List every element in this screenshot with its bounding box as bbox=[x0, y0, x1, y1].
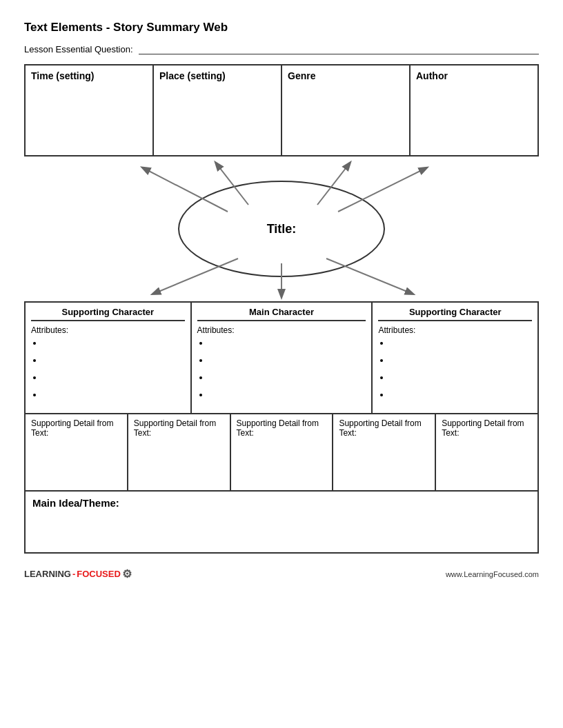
main-idea-box: Main Idea/Theme: bbox=[24, 492, 539, 554]
bullet-item bbox=[210, 355, 366, 365]
lesson-question-line bbox=[139, 45, 539, 54]
top-box-author: Author bbox=[411, 65, 537, 155]
main-char: Main Character Attributes: bbox=[192, 303, 373, 413]
top-boxes-row: Time (setting) Place (setting) Genre Aut… bbox=[24, 64, 539, 156]
supporting-char-left-bullets bbox=[31, 338, 185, 400]
bullet-item bbox=[43, 390, 185, 400]
svg-line-8 bbox=[326, 259, 411, 293]
bullet-item bbox=[43, 372, 185, 383]
main-char-bullets bbox=[197, 338, 366, 400]
footer-url: www.LearningFocused.com bbox=[446, 570, 539, 578]
web-section: Title: bbox=[24, 156, 539, 301]
bullet-item bbox=[210, 390, 366, 400]
supporting-char-right-bullets bbox=[378, 338, 532, 400]
lesson-question: Lesson Essential Question: bbox=[24, 44, 539, 54]
arrows-svg bbox=[24, 156, 539, 301]
svg-line-2 bbox=[145, 169, 228, 212]
detail-box-1: Supporting Detail from Text: bbox=[26, 414, 128, 490]
detail-box-2: Supporting Detail from Text: bbox=[128, 414, 231, 490]
char-row: Supporting Character Attributes: Main Ch… bbox=[24, 301, 539, 414]
top-box-place: Place (setting) bbox=[154, 65, 282, 155]
supporting-char-right: Supporting Character Attributes: bbox=[373, 303, 537, 413]
footer: LEARNING - FOCUSED ⚙ www.LearningFocused… bbox=[24, 567, 539, 580]
bullet-item bbox=[391, 338, 532, 348]
bullet-item bbox=[43, 338, 185, 348]
svg-line-4 bbox=[317, 165, 348, 205]
detail-row: Supporting Detail from Text: Supporting … bbox=[24, 414, 539, 492]
svg-line-5 bbox=[338, 169, 424, 212]
supporting-char-left: Supporting Character Attributes: bbox=[26, 303, 192, 413]
bullet-item bbox=[210, 338, 366, 348]
detail-box-3: Supporting Detail from Text: bbox=[231, 414, 334, 490]
bullet-item bbox=[391, 390, 532, 400]
detail-box-4: Supporting Detail from Text: bbox=[333, 414, 436, 490]
detail-box-5: Supporting Detail from Text: bbox=[436, 414, 537, 490]
bullet-item bbox=[43, 355, 185, 365]
bullet-item bbox=[391, 372, 532, 383]
page-title: Text Elements - Story Summary Web bbox=[24, 21, 539, 34]
svg-line-6 bbox=[155, 259, 238, 293]
svg-line-3 bbox=[217, 165, 248, 205]
footer-logo: LEARNING - FOCUSED ⚙ bbox=[24, 567, 132, 580]
top-box-genre: Genre bbox=[282, 65, 411, 155]
bullet-item bbox=[391, 355, 532, 365]
gear-icon: ⚙ bbox=[122, 567, 132, 580]
bullet-item bbox=[210, 372, 366, 383]
top-box-time: Time (setting) bbox=[26, 65, 154, 155]
